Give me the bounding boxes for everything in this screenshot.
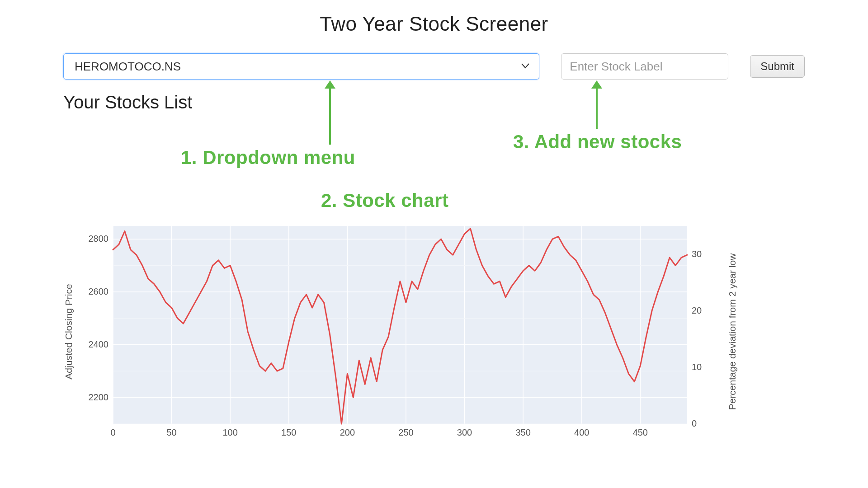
y-tick-left: 2400 (81, 339, 108, 350)
annotation-text-add: 3. Add new stocks (513, 131, 682, 153)
x-tick: 0 (99, 427, 127, 438)
x-tick: 350 (509, 427, 537, 438)
stock-dropdown[interactable]: HEROMOTOCO.NS (63, 53, 539, 80)
x-tick: 400 (568, 427, 595, 438)
x-tick: 50 (158, 427, 185, 438)
y-tick-left: 2600 (81, 286, 108, 297)
y-tick-right: 10 (692, 362, 714, 372)
y-tick-left: 2200 (81, 392, 108, 403)
x-tick: 200 (334, 427, 361, 438)
svg-rect-0 (113, 226, 687, 424)
x-tick: 300 (451, 427, 478, 438)
y-axis-right-label: Percentage deviation from 2 year low (727, 253, 738, 410)
controls-row: HEROMOTOCO.NS Submit (63, 53, 805, 80)
annotation-text-dropdown: 1. Dropdown menu (181, 147, 355, 169)
x-tick: 100 (217, 427, 244, 438)
y-tick-right: 30 (692, 249, 714, 259)
stock-dropdown-wrap: HEROMOTOCO.NS (63, 53, 539, 80)
x-tick: 450 (627, 427, 654, 438)
submit-button[interactable]: Submit (750, 55, 805, 78)
annotation-text-chart: 2. Stock chart (321, 190, 448, 211)
y-tick-right: 0 (692, 418, 714, 429)
x-tick: 250 (392, 427, 420, 438)
annotation-arrow-dropdown (329, 86, 331, 145)
y-tick-right: 20 (692, 305, 714, 316)
stock-chart: Adjusted Closing Price Percentage deviat… (77, 221, 719, 442)
annotation-arrow-add (596, 86, 598, 129)
x-tick: 150 (275, 427, 302, 438)
page-title: Two Year Stock Screener (0, 13, 868, 35)
y-tick-left: 2800 (81, 234, 108, 244)
stock-label-input[interactable] (561, 53, 728, 80)
y-axis-left-label: Adjusted Closing Price (63, 284, 74, 379)
stocks-list-heading: Your Stocks List (63, 92, 868, 113)
chart-svg (77, 221, 719, 442)
